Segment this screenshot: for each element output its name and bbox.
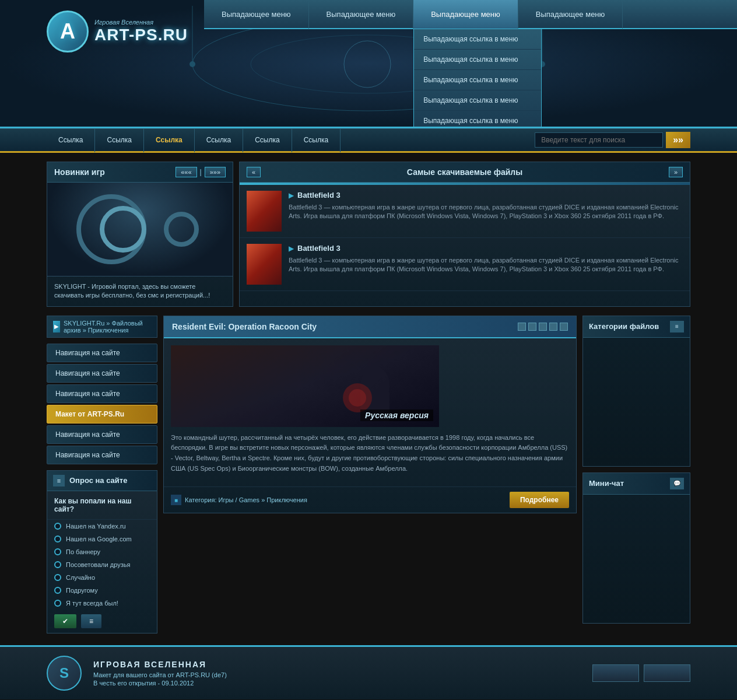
footer-logo: S [47,656,82,691]
download-title: Самые скачиваемые файлы [407,167,522,177]
category-text: Категория: Игры / Games » Приключения [185,496,307,503]
logo-area[interactable]: A Игровая Вселенная ART-PS.RU [47,10,188,52]
svg-point-14 [349,389,366,407]
logo-title: ART-PS.RU [94,26,188,44]
categories-menu-icon[interactable]: ≡ [670,321,684,332]
poll-radio-2[interactable] [54,536,61,542]
poll-list-icon: ≡ [53,475,65,487]
news-nav-arrows: ««« | »»» [176,167,226,177]
search-button[interactable]: »» [666,132,690,148]
poll-buttons: ✔ ≡ [47,610,157,633]
footer-subtitle2: В честь его открытия - 09.10.2012 [93,680,581,687]
sidebar-nav-item-6[interactable]: Навигация на сайте [47,446,157,464]
chat-icon[interactable]: 💬 [670,478,684,489]
sidebar-nav-item-2[interactable]: Навигация на сайте [47,364,157,383]
game-name-row-1: ▶ Battlefield 3 [289,191,683,200]
main-content: Resident Evil: Operation Racoon City [163,316,577,634]
footer-text: ИГРОВАЯ ВСЕЛЕННАЯ Макет для вашего сайта… [93,660,581,687]
sec-nav-link-1[interactable]: Ссылка [47,128,95,152]
poll-header: ≡ Опрос на сайте [47,471,157,491]
poll-radio-3[interactable] [54,548,61,555]
poll-radio-6[interactable] [54,587,61,594]
categories-widget: Категории файлов ≡ [582,316,690,467]
game-name-arrow-1: ▶ [289,191,294,200]
sidebar-nav-item-5[interactable]: Навигация на сайте [47,425,157,444]
minichat-widget-title: Мини-чат [589,479,624,488]
sec-nav-link-6[interactable]: Ссылка [292,128,341,152]
more-button[interactable]: Подробнее [510,492,569,508]
news-next-button[interactable]: »»» [205,167,226,177]
secondary-nav-links: Ссылка Ссылка Ссылка Ссылка Ссылка Ссылк… [47,128,535,152]
sec-nav-link-3[interactable]: Ссылка [144,128,195,152]
header: A Игровая Вселенная ART-PS.RU Выпадающее… [0,0,737,128]
poll-vote-button[interactable]: ✔ [54,614,76,628]
poll-option-7: Я тут всегда был! [47,597,157,610]
sidebar-nav-item-3[interactable]: Навигация на сайте [47,384,157,403]
content-card-header: Resident Evil: Operation Racoon City [164,316,576,338]
game-name-2[interactable]: Battlefield 3 [297,244,341,253]
dropdown-item-4[interactable]: Выпадающая ссылка в меню [414,90,541,111]
poll-option-5: Случайно [47,571,157,584]
sidebar-nav-item-4-gold[interactable]: Макет от ART-PS.Ru [47,405,157,424]
nav-item-4[interactable]: Выпадающее меню [518,0,623,29]
nav-item-3[interactable]: Выпадающее меню Выпадающая ссылка в меню… [413,0,518,29]
game-thumb-inner-2 [247,244,282,285]
nav-item-1[interactable]: Выпадающее меню [204,0,309,29]
poll-results-button[interactable]: ≡ [81,614,101,628]
game-thumb-2 [247,244,282,285]
search-input[interactable] [535,132,663,148]
dropdown-item-3[interactable]: Выпадающая ссылка в меню [414,70,541,90]
breadcrumb-arrow-icon: ▶ [53,321,60,332]
logo-text-area: Игровая Вселенная ART-PS.RU [94,19,188,44]
game-name-1[interactable]: Battlefield 3 [297,191,341,200]
poll-option-6: Подругому [47,584,157,597]
game-entry-1: ▶ Battlefield 3 Battlefield 3 — компьюте… [240,185,690,238]
rating-dot-4 [549,323,557,331]
poll-question: Как вы попали на наш сайт? [47,491,157,520]
footer-buttons [592,664,690,682]
poll-option-4: Посоветовали друзья [47,558,157,571]
game-entry-2: ▶ Battlefield 3 Battlefield 3 — компьюте… [240,238,690,291]
poll-radio-4[interactable] [54,561,61,568]
svg-point-5 [189,61,195,67]
footer-btn-2[interactable] [644,664,690,682]
news-block: Новинки игр ««« | »»» SKYLIGHT - Игровой… [47,162,233,307]
sec-nav-link-2[interactable]: Ссылка [95,128,143,152]
breadcrumb-text: SKYLIGHT.Ru » Файловый архив » Приключен… [64,320,151,334]
rating-dot-2 [528,323,536,331]
screenshot-label: Русская версия [360,410,433,421]
top-nav-items: Выпадающее меню Выпадающее меню Выпадающ… [204,0,737,29]
poll-radio-5[interactable] [54,574,61,581]
minichat-widget: Мини-чат 💬 [582,473,690,624]
sidebar-nav-item-1[interactable]: Навигация на сайте [47,344,157,362]
nav-item-2[interactable]: Выпадающее меню [309,0,414,29]
main-wrapper: Новинки игр ««« | »»» SKYLIGHT - Игровой… [0,153,737,642]
category-label: ■ Категория: Игры / Games » Приключения [171,495,504,505]
sec-nav-link-4[interactable]: Ссылка [195,128,243,152]
game-thumb-inner-1 [247,191,282,232]
svg-point-2 [344,41,391,88]
category-icon: ■ [171,495,181,505]
dropdown-item-5[interactable]: Выпадающая ссылка в меню [414,111,541,128]
download-next-button[interactable]: » [669,167,683,177]
game-info-2: ▶ Battlefield 3 Battlefield 3 — компьюте… [289,244,683,274]
poll-option-2: Нашел на Google.com [47,533,157,545]
left-sidebar: ▶ SKYLIGHT.Ru » Файловый архив » Приключ… [47,316,157,634]
poll-radio-1[interactable] [54,523,61,530]
right-sidebar: Категории файлов ≡ Мини-чат 💬 [582,316,690,634]
breadcrumb-bar: ▶ SKYLIGHT.Ru » Файловый архив » Приключ… [47,316,157,338]
poll-title: Опрос на сайте [69,476,127,485]
download-prev-button[interactable]: « [247,167,261,177]
minichat-widget-body [583,495,690,623]
content-card-title: Resident Evil: Operation Racoon City [172,322,317,331]
dropdown-item-2[interactable]: Выпадающая ссылка в меню [414,50,541,70]
poll-radio-7[interactable] [54,600,61,607]
dropdown-item-1[interactable]: Выпадающая ссылка в меню [414,29,541,50]
poll-block: ≡ Опрос на сайте Как вы попали на наш са… [47,470,157,634]
sec-nav-link-5[interactable]: Ссылка [243,128,292,152]
game-name-arrow-2: ▶ [289,244,294,253]
news-prev-button[interactable]: ««« [176,167,196,177]
secondary-navigation: Ссылка Ссылка Ссылка Ссылка Ссылка Ссылк… [0,128,737,153]
footer-btn-1[interactable] [592,664,639,682]
news-caption: SKYLIGHT - Игровой портал, здесь вы смож… [47,276,233,306]
